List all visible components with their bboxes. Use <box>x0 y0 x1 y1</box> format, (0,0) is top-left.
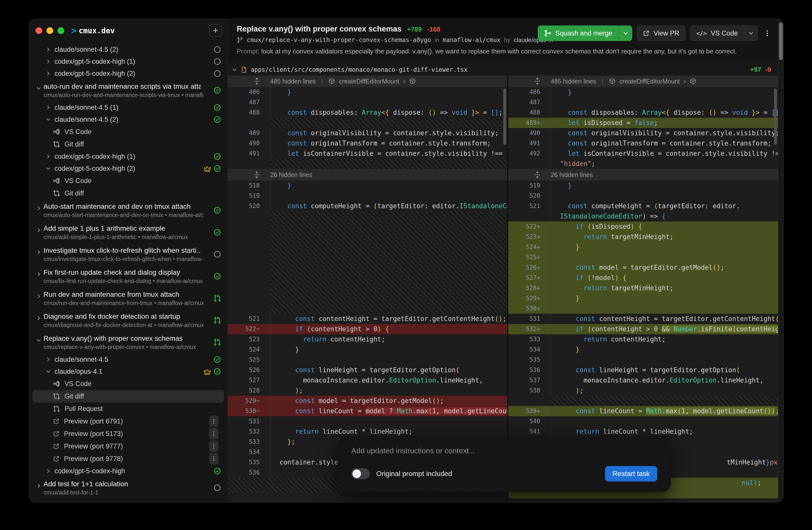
sidebar-item-preview-port-9777-[interactable]: Preview (port 9777) <box>32 440 224 453</box>
sidebar-branch-claude-opus-4.1[interactable]: claude/opus-4.1 <box>29 366 228 377</box>
chevron-down-icon[interactable] <box>45 369 51 374</box>
breadcrumb-symbol[interactable]: createDiffEditorMount <box>339 78 399 85</box>
sidebar-task[interactable]: Auto-start maintenance and dev on tmux a… <box>29 200 228 221</box>
new-task-button[interactable]: + <box>209 24 222 37</box>
sidebar-branch-codex-gpt-5-codex-high-1-[interactable]: codex/gpt-5-codex-high (1) <box>29 56 228 68</box>
sidebar-task[interactable]: Add simple 1 plus 1 arithmetic examplecm… <box>29 221 228 244</box>
unfold-icon[interactable] <box>508 171 551 178</box>
sidebar-task[interactable]: Run dev and maintenance scripts on tmux … <box>29 499 228 502</box>
sidebar-task[interactable]: Fix first-run update check and dialog di… <box>29 266 228 287</box>
sidebar-item-git-diff[interactable]: Git diff <box>32 187 224 200</box>
main-area: Replace v.any() with proper convex schem… <box>228 19 783 502</box>
chevron-down-icon[interactable] <box>232 67 237 72</box>
preview-menu-button[interactable] <box>209 415 218 427</box>
chevron-down-icon[interactable] <box>36 338 42 343</box>
zoom-window-button[interactable] <box>58 27 64 34</box>
chevron-right-icon[interactable] <box>45 71 51 76</box>
sidebar-task[interactable]: Add test for 1+1 calculationcmux/add-tes… <box>29 477 228 499</box>
chevron-right-icon[interactable] <box>36 293 42 299</box>
sidebar-task[interactable]: Diagnose and fix docker detection at sta… <box>29 310 228 331</box>
branch-label: claude/opus-4.1 <box>55 368 102 375</box>
instructions-input[interactable]: Add updated instructions or context... <box>351 446 657 455</box>
more-options-button[interactable] <box>763 29 772 37</box>
close-window-button[interactable] <box>35 27 42 34</box>
unfold-icon[interactable] <box>508 78 551 85</box>
chevron-right-icon[interactable] <box>36 483 42 488</box>
unfold-icon[interactable] <box>228 78 270 85</box>
unfold-icon[interactable] <box>228 171 270 178</box>
sidebar-branch-codex-gpt-5-codex-high-1-[interactable]: codex/gpt-5-codex-high (1) <box>29 151 228 162</box>
chevron-right-icon[interactable] <box>36 272 42 277</box>
task-title: Auto-start maintenance and dev on tmux a… <box>44 202 201 211</box>
sidebar-task[interactable]: Investigate tmux click-to-refresh glitch… <box>29 244 228 266</box>
chevron-right-icon[interactable] <box>45 59 51 64</box>
vscode-options-chevron[interactable] <box>744 26 758 41</box>
sidebar-task-list: claude/sonnet-4.5 (2)codex/gpt-5-codex-h… <box>29 42 228 502</box>
preview-menu-button[interactable] <box>209 453 218 464</box>
line-content: const model = targetEditor.getModel(); <box>270 396 507 406</box>
sidebar-branch-codex-gpt-5-codex-high-2-[interactable]: codex/gpt-5-codex-high (2) <box>29 68 228 80</box>
line-number: 525 <box>228 355 270 365</box>
sidebar-item-pull-request[interactable]: Pull Request <box>32 402 224 415</box>
app-title: cmux.dev <box>79 26 115 35</box>
merge-options-chevron[interactable] <box>618 26 632 41</box>
chevron-right-icon[interactable] <box>45 47 51 52</box>
sidebar-item-vs-code[interactable]: VS Code <box>32 126 224 138</box>
chevron-down-icon[interactable] <box>45 166 51 171</box>
minimize-window-button[interactable] <box>46 27 53 34</box>
chevron-right-icon[interactable] <box>36 249 42 255</box>
page-title: Replace v.any() with proper convex schem… <box>237 25 402 33</box>
sidebar-branch-codex-gpt-5-codex-high[interactable]: codex/gpt-5-codex-high <box>29 465 228 477</box>
symbol-icon <box>329 78 335 85</box>
sidebar-task[interactable]: Replace v.any() with proper convex schem… <box>29 331 228 354</box>
sidebar-task[interactable]: Run dev and maintenance from tmux attach… <box>29 287 228 310</box>
sidebar-item-vs-code[interactable]: VS Code <box>32 174 224 187</box>
status-icons <box>214 295 221 302</box>
preview-menu-button[interactable] <box>209 441 218 452</box>
chevron-right-icon[interactable] <box>45 154 51 159</box>
sidebar: > cmux.dev + claude/sonnet-4.5 (2)codex/… <box>29 19 228 502</box>
breadcrumb-symbol[interactable]: createDiffEditorMount <box>620 78 680 85</box>
chevron-down-icon[interactable] <box>45 117 51 122</box>
chevron-right-icon[interactable] <box>45 357 51 362</box>
squash-and-merge-button[interactable]: Squash and merge <box>538 26 632 41</box>
chevron-right-icon[interactable] <box>36 228 42 233</box>
restart-task-button[interactable]: Restart task <box>605 466 657 482</box>
line-content: const lineCount = model ? Math.max(1, mo… <box>270 406 507 416</box>
sidebar-task[interactable]: auto-run dev and maintenance scripts via… <box>29 80 228 101</box>
sidebar-branch-claude-sonnet-4.5-2-[interactable]: claude/sonnet-4.5 (2) <box>29 43 228 56</box>
sidebar-item-preview-port-5173-[interactable]: Preview (port 5173) <box>32 428 224 440</box>
symbol-icon <box>609 78 615 85</box>
sidebar-item-git-diff[interactable]: Git diff <box>32 390 224 402</box>
sidebar-item-preview-port-9778-[interactable]: Preview (port 9778) <box>32 453 224 465</box>
sidebar-item-git-diff[interactable]: Git diff <box>32 138 224 151</box>
external-icon <box>53 443 59 449</box>
task-subtitle: cmux/add-simple-1-plus-1-arithmetic • ma… <box>44 234 203 241</box>
chevron-right-icon[interactable] <box>36 315 42 321</box>
modified-pane-scrollbar[interactable] <box>774 88 777 145</box>
status-icons <box>214 356 221 363</box>
code-line: 532 return lineCount * lineHeight; <box>228 427 507 437</box>
sidebar-branch-claude-sonnet-4.5[interactable]: claude/sonnet-4.5 <box>29 354 228 366</box>
main-scrollbar-track[interactable] <box>778 19 783 502</box>
line-content: } <box>551 344 778 355</box>
sidebar-item-preview-port-6791-[interactable]: Preview (port 6791) <box>32 415 224 428</box>
sidebar-item-vs-code[interactable]: VS Code <box>32 377 224 390</box>
original-prompt-toggle[interactable] <box>351 468 370 479</box>
chevron-right-icon[interactable] <box>36 205 42 211</box>
file-row[interactable]: apps/client/src/components/monaco/monaco… <box>228 63 778 75</box>
sidebar-branch-claude-sonnet-4.5-1-[interactable]: claude/sonnet-4.5 (1) <box>29 101 228 114</box>
sidebar-branch-codex-gpt-5-codex-high-2-[interactable]: codex/gpt-5-codex-high (2) <box>29 162 228 174</box>
line-number: 521 <box>508 201 551 211</box>
original-pane-scrollbar[interactable] <box>503 88 506 145</box>
branch-label: codex/gpt-5-codex-high (1) <box>55 58 135 66</box>
view-pr-button[interactable]: View PR <box>637 26 685 41</box>
preview-menu-button[interactable] <box>209 428 218 440</box>
chevron-right-icon[interactable] <box>45 468 51 474</box>
line-content <box>551 97 778 108</box>
chevron-right-icon[interactable] <box>45 105 51 110</box>
vscode-button[interactable]: </> VS Code <box>690 26 758 41</box>
chevron-down-icon[interactable] <box>36 86 42 91</box>
main-scrollbar-thumb[interactable] <box>779 23 783 60</box>
sidebar-branch-claude-sonnet-4.5-2-[interactable]: claude/sonnet-4.5 (2) <box>29 114 228 126</box>
